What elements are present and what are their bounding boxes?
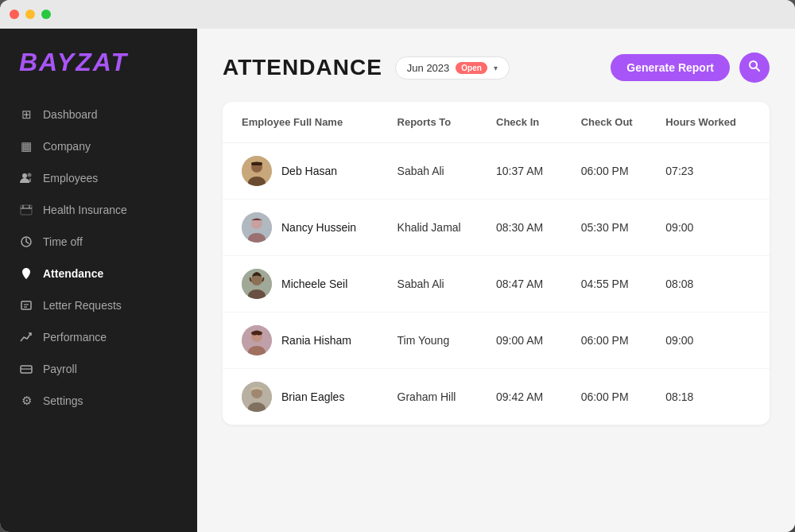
reports-to-value: Khalid Jamal <box>398 221 496 234</box>
employee-name: Brian Eagles <box>281 390 344 403</box>
health-insurance-icon <box>19 203 33 217</box>
avatar <box>242 325 272 355</box>
svg-line-14 <box>756 68 759 71</box>
sidebar-item-time-off[interactable]: Time off <box>0 227 197 257</box>
date-label: Jun 2023 <box>407 62 450 74</box>
check-out-value: 06:00 PM <box>581 165 666 177</box>
header-right: Generate Report <box>611 52 770 83</box>
sidebar-label-dashboard: Dashboard <box>43 108 98 121</box>
check-out-value: 06:00 PM <box>581 334 666 347</box>
col-header-check-out: Check Out <box>581 116 666 128</box>
sidebar-label-company: Company <box>43 140 91 153</box>
company-icon: ▦ <box>19 139 33 153</box>
employee-name: Nancy Hussein <box>281 221 356 234</box>
table-row[interactable]: Brian Eagles Graham Hill 09:42 AM 06:00 … <box>223 369 770 425</box>
sidebar-item-employees[interactable]: Employees <box>0 163 197 193</box>
hours-worked-value: 07:23 <box>665 165 750 177</box>
sidebar-item-attendance[interactable]: Attendance <box>0 258 197 289</box>
generate-report-button[interactable]: Generate Report <box>611 54 730 81</box>
sidebar-item-settings[interactable]: ⚙ Settings <box>0 386 197 416</box>
reports-to-value: Tim Young <box>398 334 496 347</box>
dashboard-icon: ⊞ <box>19 107 33 122</box>
table-row[interactable]: Micheele Seil Sabah Ali 08:47 AM 04:55 P… <box>223 256 770 313</box>
avatar <box>242 269 272 299</box>
sidebar-item-letter-requests[interactable]: Letter Requests <box>0 290 197 320</box>
check-in-value: 09:00 AM <box>496 334 581 347</box>
reports-to-value: Sabah Ali <box>398 278 496 290</box>
sidebar: BAYZAT ⊞ Dashboard ▦ Company <box>0 29 197 532</box>
check-in-value: 10:37 AM <box>496 165 581 177</box>
date-filter-pill[interactable]: Jun 2023 Open ▾ <box>395 56 510 80</box>
chevron-down-icon: ▾ <box>494 64 498 72</box>
svg-point-1 <box>28 173 32 177</box>
hours-worked-value: 09:00 <box>665 334 750 347</box>
logo: BAYZAT <box>0 48 197 99</box>
open-status-badge: Open <box>456 62 487 74</box>
header-left: ATTENDANCE Jun 2023 Open ▾ <box>223 55 510 80</box>
nav-list: ⊞ Dashboard ▦ Company <box>0 99 197 416</box>
minimize-dot[interactable] <box>25 10 35 19</box>
sidebar-item-payroll[interactable]: Payroll <box>0 354 197 384</box>
table-row[interactable]: Rania Hisham Tim Young 09:00 AM 06:00 PM… <box>223 313 770 369</box>
col-header-hours-worked: Hours Worked <box>665 116 750 128</box>
table-row[interactable]: Deb Hasan Sabah Ali 10:37 AM 06:00 PM 07… <box>223 143 770 200</box>
avatar <box>242 382 272 412</box>
sidebar-label-employees: Employees <box>43 172 98 184</box>
svg-rect-8 <box>21 301 31 309</box>
employees-icon <box>19 171 33 185</box>
hours-worked-value: 08:08 <box>665 278 750 290</box>
sidebar-label-letter-requests: Letter Requests <box>43 299 122 312</box>
letter-requests-icon <box>19 298 33 313</box>
col-header-check-in: Check In <box>496 116 581 128</box>
sidebar-label-attendance: Attendance <box>43 267 103 280</box>
employee-name: Deb Hasan <box>281 165 337 177</box>
table-header: Employee Full Name Reports To Check In C… <box>223 102 770 143</box>
employee-cell: Rania Hisham <box>242 325 398 355</box>
logo-text: BAYZAT <box>19 48 128 76</box>
sidebar-label-health-insurance: Health Insurance <box>43 204 127 216</box>
check-out-value: 04:55 PM <box>581 278 666 290</box>
sidebar-label-payroll: Payroll <box>43 363 77 375</box>
sidebar-label-settings: Settings <box>43 394 83 407</box>
svg-rect-18 <box>251 162 262 165</box>
close-dot[interactable] <box>10 10 19 19</box>
maximize-dot[interactable] <box>41 10 51 19</box>
check-in-value: 08:30 AM <box>496 221 581 234</box>
employee-cell: Deb Hasan <box>242 156 398 186</box>
time-off-icon <box>19 235 33 249</box>
sidebar-item-company[interactable]: ▦ Company <box>0 131 197 161</box>
app-window: BAYZAT ⊞ Dashboard ▦ Company <box>0 0 795 532</box>
sidebar-item-performance[interactable]: Performance <box>0 322 197 352</box>
check-out-value: 06:00 PM <box>581 390 666 403</box>
page-title: ATTENDANCE <box>223 55 382 80</box>
performance-icon <box>19 330 33 344</box>
avatar <box>242 212 272 243</box>
table-row[interactable]: Nancy Hussein Khalid Jamal 08:30 AM 05:3… <box>223 200 770 256</box>
sidebar-item-health-insurance[interactable]: Health Insurance <box>0 195 197 225</box>
main-content: ATTENDANCE Jun 2023 Open ▾ Generate Repo… <box>197 29 795 532</box>
sidebar-label-time-off: Time off <box>43 235 83 248</box>
employee-name: Rania Hisham <box>281 334 351 347</box>
reports-to-value: Sabah Ali <box>398 165 496 177</box>
svg-point-0 <box>22 173 27 178</box>
attendance-icon <box>19 266 33 281</box>
payroll-icon <box>19 362 33 376</box>
col-header-reports-to: Reports To <box>398 116 496 128</box>
search-icon <box>748 60 761 76</box>
attendance-table: Employee Full Name Reports To Check In C… <box>223 102 770 425</box>
svg-rect-2 <box>21 205 32 215</box>
sidebar-item-dashboard[interactable]: ⊞ Dashboard <box>0 99 197 130</box>
check-in-value: 09:42 AM <box>496 390 581 403</box>
hours-worked-value: 09:00 <box>665 221 750 234</box>
settings-icon: ⚙ <box>19 394 33 408</box>
titlebar <box>0 0 795 29</box>
reports-to-value: Graham Hill <box>398 390 496 403</box>
employee-cell: Micheele Seil <box>242 269 398 299</box>
app-body: BAYZAT ⊞ Dashboard ▦ Company <box>0 29 795 532</box>
sidebar-label-performance: Performance <box>43 331 107 344</box>
search-button[interactable] <box>739 52 770 83</box>
col-header-name: Employee Full Name <box>242 116 398 128</box>
check-out-value: 05:30 PM <box>581 221 666 234</box>
employee-cell: Nancy Hussein <box>242 212 398 243</box>
employee-name: Micheele Seil <box>281 278 347 290</box>
